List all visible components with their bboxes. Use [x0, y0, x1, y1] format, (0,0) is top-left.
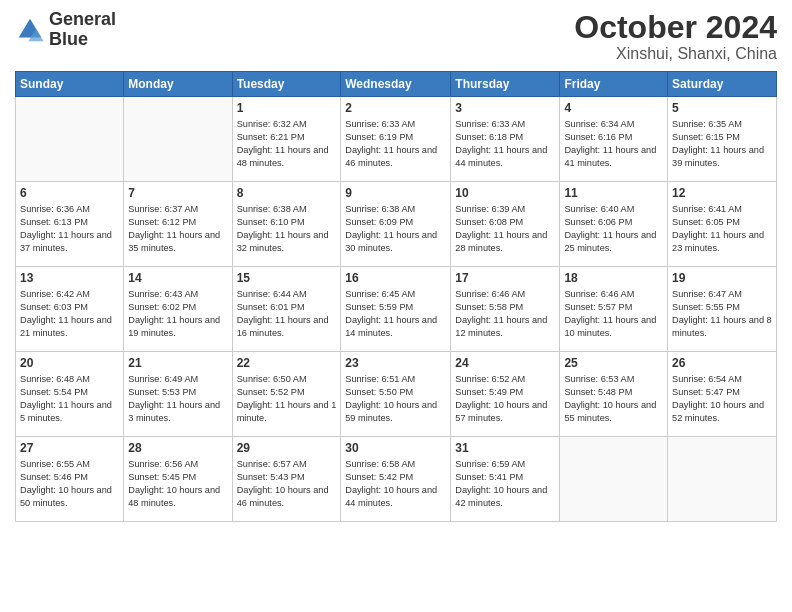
- day-cell: 25Sunrise: 6:53 AM Sunset: 5:48 PM Dayli…: [560, 352, 668, 437]
- day-cell: 18Sunrise: 6:46 AM Sunset: 5:57 PM Dayli…: [560, 267, 668, 352]
- day-number: 12: [672, 185, 772, 201]
- day-number: 28: [128, 440, 227, 456]
- title-block: October 2024 Xinshui, Shanxi, China: [574, 10, 777, 63]
- day-number: 15: [237, 270, 337, 286]
- day-cell: 22Sunrise: 6:50 AM Sunset: 5:52 PM Dayli…: [232, 352, 341, 437]
- day-cell: 27Sunrise: 6:55 AM Sunset: 5:46 PM Dayli…: [16, 437, 124, 522]
- day-info: Sunrise: 6:41 AM Sunset: 6:05 PM Dayligh…: [672, 204, 764, 252]
- day-info: Sunrise: 6:37 AM Sunset: 6:12 PM Dayligh…: [128, 204, 220, 252]
- day-info: Sunrise: 6:34 AM Sunset: 6:16 PM Dayligh…: [564, 119, 656, 167]
- day-info: Sunrise: 6:59 AM Sunset: 5:41 PM Dayligh…: [455, 459, 547, 507]
- week-row-2: 13Sunrise: 6:42 AM Sunset: 6:03 PM Dayli…: [16, 267, 777, 352]
- day-info: Sunrise: 6:44 AM Sunset: 6:01 PM Dayligh…: [237, 289, 329, 337]
- week-row-1: 6Sunrise: 6:36 AM Sunset: 6:13 PM Daylig…: [16, 182, 777, 267]
- day-info: Sunrise: 6:54 AM Sunset: 5:47 PM Dayligh…: [672, 374, 764, 422]
- day-cell: 11Sunrise: 6:40 AM Sunset: 6:06 PM Dayli…: [560, 182, 668, 267]
- day-cell: [668, 437, 777, 522]
- header-cell-saturday: Saturday: [668, 72, 777, 97]
- day-info: Sunrise: 6:46 AM Sunset: 5:57 PM Dayligh…: [564, 289, 656, 337]
- day-cell: 1Sunrise: 6:32 AM Sunset: 6:21 PM Daylig…: [232, 97, 341, 182]
- day-info: Sunrise: 6:48 AM Sunset: 5:54 PM Dayligh…: [20, 374, 112, 422]
- day-cell: 10Sunrise: 6:39 AM Sunset: 6:08 PM Dayli…: [451, 182, 560, 267]
- day-info: Sunrise: 6:56 AM Sunset: 5:45 PM Dayligh…: [128, 459, 220, 507]
- day-cell: [560, 437, 668, 522]
- day-info: Sunrise: 6:53 AM Sunset: 5:48 PM Dayligh…: [564, 374, 656, 422]
- logo-line1: General: [49, 10, 116, 30]
- day-number: 10: [455, 185, 555, 201]
- day-cell: [124, 97, 232, 182]
- day-cell: 14Sunrise: 6:43 AM Sunset: 6:02 PM Dayli…: [124, 267, 232, 352]
- day-number: 4: [564, 100, 663, 116]
- day-info: Sunrise: 6:45 AM Sunset: 5:59 PM Dayligh…: [345, 289, 437, 337]
- header-cell-friday: Friday: [560, 72, 668, 97]
- day-cell: [16, 97, 124, 182]
- day-cell: 15Sunrise: 6:44 AM Sunset: 6:01 PM Dayli…: [232, 267, 341, 352]
- day-info: Sunrise: 6:42 AM Sunset: 6:03 PM Dayligh…: [20, 289, 112, 337]
- main-title: October 2024: [574, 10, 777, 45]
- main-container: General Blue October 2024 Xinshui, Shanx…: [0, 0, 792, 612]
- day-number: 31: [455, 440, 555, 456]
- day-cell: 4Sunrise: 6:34 AM Sunset: 6:16 PM Daylig…: [560, 97, 668, 182]
- day-number: 1: [237, 100, 337, 116]
- header-cell-tuesday: Tuesday: [232, 72, 341, 97]
- day-cell: 20Sunrise: 6:48 AM Sunset: 5:54 PM Dayli…: [16, 352, 124, 437]
- day-info: Sunrise: 6:46 AM Sunset: 5:58 PM Dayligh…: [455, 289, 547, 337]
- calendar-body: 1Sunrise: 6:32 AM Sunset: 6:21 PM Daylig…: [16, 97, 777, 522]
- week-row-0: 1Sunrise: 6:32 AM Sunset: 6:21 PM Daylig…: [16, 97, 777, 182]
- header-cell-monday: Monday: [124, 72, 232, 97]
- day-info: Sunrise: 6:43 AM Sunset: 6:02 PM Dayligh…: [128, 289, 220, 337]
- day-number: 25: [564, 355, 663, 371]
- day-number: 27: [20, 440, 119, 456]
- day-info: Sunrise: 6:58 AM Sunset: 5:42 PM Dayligh…: [345, 459, 437, 507]
- day-cell: 17Sunrise: 6:46 AM Sunset: 5:58 PM Dayli…: [451, 267, 560, 352]
- calendar-table: SundayMondayTuesdayWednesdayThursdayFrid…: [15, 71, 777, 522]
- day-cell: 3Sunrise: 6:33 AM Sunset: 6:18 PM Daylig…: [451, 97, 560, 182]
- day-number: 24: [455, 355, 555, 371]
- day-cell: 13Sunrise: 6:42 AM Sunset: 6:03 PM Dayli…: [16, 267, 124, 352]
- calendar-header: SundayMondayTuesdayWednesdayThursdayFrid…: [16, 72, 777, 97]
- day-info: Sunrise: 6:33 AM Sunset: 6:18 PM Dayligh…: [455, 119, 547, 167]
- day-cell: 26Sunrise: 6:54 AM Sunset: 5:47 PM Dayli…: [668, 352, 777, 437]
- day-number: 17: [455, 270, 555, 286]
- day-number: 5: [672, 100, 772, 116]
- day-info: Sunrise: 6:38 AM Sunset: 6:09 PM Dayligh…: [345, 204, 437, 252]
- header-cell-wednesday: Wednesday: [341, 72, 451, 97]
- day-number: 26: [672, 355, 772, 371]
- day-info: Sunrise: 6:49 AM Sunset: 5:53 PM Dayligh…: [128, 374, 220, 422]
- day-info: Sunrise: 6:33 AM Sunset: 6:19 PM Dayligh…: [345, 119, 437, 167]
- week-row-3: 20Sunrise: 6:48 AM Sunset: 5:54 PM Dayli…: [16, 352, 777, 437]
- week-row-4: 27Sunrise: 6:55 AM Sunset: 5:46 PM Dayli…: [16, 437, 777, 522]
- day-cell: 29Sunrise: 6:57 AM Sunset: 5:43 PM Dayli…: [232, 437, 341, 522]
- header-cell-sunday: Sunday: [16, 72, 124, 97]
- day-cell: 7Sunrise: 6:37 AM Sunset: 6:12 PM Daylig…: [124, 182, 232, 267]
- day-cell: 6Sunrise: 6:36 AM Sunset: 6:13 PM Daylig…: [16, 182, 124, 267]
- day-number: 16: [345, 270, 446, 286]
- day-cell: 30Sunrise: 6:58 AM Sunset: 5:42 PM Dayli…: [341, 437, 451, 522]
- day-number: 23: [345, 355, 446, 371]
- day-info: Sunrise: 6:36 AM Sunset: 6:13 PM Dayligh…: [20, 204, 112, 252]
- day-cell: 2Sunrise: 6:33 AM Sunset: 6:19 PM Daylig…: [341, 97, 451, 182]
- day-info: Sunrise: 6:39 AM Sunset: 6:08 PM Dayligh…: [455, 204, 547, 252]
- day-number: 19: [672, 270, 772, 286]
- day-number: 3: [455, 100, 555, 116]
- day-number: 9: [345, 185, 446, 201]
- header-cell-thursday: Thursday: [451, 72, 560, 97]
- header: General Blue October 2024 Xinshui, Shanx…: [15, 10, 777, 63]
- day-number: 7: [128, 185, 227, 201]
- day-info: Sunrise: 6:32 AM Sunset: 6:21 PM Dayligh…: [237, 119, 329, 167]
- day-info: Sunrise: 6:50 AM Sunset: 5:52 PM Dayligh…: [237, 374, 337, 422]
- day-cell: 9Sunrise: 6:38 AM Sunset: 6:09 PM Daylig…: [341, 182, 451, 267]
- subtitle: Xinshui, Shanxi, China: [574, 45, 777, 63]
- day-number: 13: [20, 270, 119, 286]
- day-number: 8: [237, 185, 337, 201]
- logo-line2: Blue: [49, 30, 116, 50]
- day-cell: 21Sunrise: 6:49 AM Sunset: 5:53 PM Dayli…: [124, 352, 232, 437]
- day-info: Sunrise: 6:40 AM Sunset: 6:06 PM Dayligh…: [564, 204, 656, 252]
- logo: General Blue: [15, 10, 116, 50]
- day-cell: 19Sunrise: 6:47 AM Sunset: 5:55 PM Dayli…: [668, 267, 777, 352]
- day-number: 18: [564, 270, 663, 286]
- day-cell: 28Sunrise: 6:56 AM Sunset: 5:45 PM Dayli…: [124, 437, 232, 522]
- day-cell: 12Sunrise: 6:41 AM Sunset: 6:05 PM Dayli…: [668, 182, 777, 267]
- header-row: SundayMondayTuesdayWednesdayThursdayFrid…: [16, 72, 777, 97]
- day-number: 21: [128, 355, 227, 371]
